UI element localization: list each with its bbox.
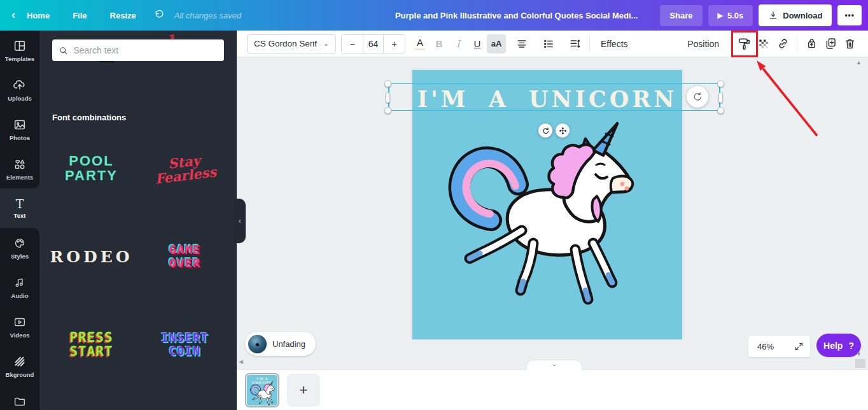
lock-icon [805,37,818,50]
move-handle[interactable] [556,124,570,138]
copy-style-button[interactable] [735,34,754,53]
play-duration-button[interactable]: ▶ 5.0s [708,5,753,26]
sidebar-item-photos[interactable]: Photos [0,110,39,149]
letter-case-button[interactable]: aA [487,34,506,53]
unicorn-illustration[interactable] [433,121,643,309]
font-combo-rodeo[interactable]: RODEO [45,219,138,294]
bold-button[interactable]: B [430,34,449,53]
zoom-level[interactable]: 46% [757,342,774,351]
sidebar-item-uploads[interactable]: Uploads [0,70,39,110]
download-icon [768,10,778,20]
rail-block-top: Templates Uploads Photos [0,31,39,188]
filmstrip-collapse-handle[interactable]: ⌄ [527,360,582,370]
home-button[interactable]: Home [20,6,56,25]
duplicate-button[interactable] [821,34,840,53]
selection-handle-left[interactable] [386,92,390,103]
sidebar-item-videos[interactable]: Videos [0,307,39,346]
sidebar-item-elements[interactable]: Elements [0,149,39,188]
lock-button[interactable] [802,34,821,53]
font-size-value[interactable]: 64 [363,35,384,53]
photos-icon [13,118,27,132]
selection-handle-bottom-right[interactable] [717,107,724,114]
decrease-font-size-button[interactable]: − [342,35,363,53]
zoom-control[interactable]: 46% [748,336,810,357]
transparency-button[interactable] [754,34,773,53]
underline-button[interactable]: U [468,34,487,53]
font-combo-game-over[interactable]: GAME OVER [138,219,232,294]
link-button[interactable] [773,34,792,53]
delete-button[interactable] [840,34,859,53]
paint-roller-icon [738,37,752,51]
uploads-icon [13,78,27,92]
text-toolbar: CS Gordon Serif ⌄ − 64 + A B I U aA [237,31,868,57]
text-spacing-button[interactable] [566,34,585,53]
font-family-select[interactable]: CS Gordon Serif ⌄ [247,34,336,53]
text-panel: feel Font combinations POOL PARTY Stay F… [39,31,237,410]
sidebar-item-background[interactable]: Bkground [0,346,39,386]
sidebar-item-audio[interactable]: Audio [0,267,39,307]
more-options-button[interactable]: ••• [837,5,862,25]
font-combo-insert-coin[interactable]: INSERT COIN [138,307,232,382]
download-button[interactable]: Download [759,4,832,26]
font-combinations-grid: POOL PARTY Stay Fearless RODEO GAME OVER… [45,131,232,382]
search-box[interactable] [52,39,224,61]
sidebar-item-folder[interactable] [0,386,39,410]
list-button[interactable] [539,34,558,53]
loop-arrow-icon [692,91,703,102]
animate-element-button[interactable] [687,86,708,108]
design-title[interactable]: Purple and Pink Illustrative and Colorfu… [395,11,638,20]
rail-block-bottom: Styles Audio Videos Bkgro [0,228,39,410]
text-align-button[interactable] [512,34,531,53]
text-selection-box [388,83,720,111]
align-center-icon [515,38,528,50]
line-spacing-icon [569,38,582,50]
selection-handle-top-left[interactable] [384,80,391,87]
italic-button[interactable]: I [449,34,468,53]
fullscreen-icon[interactable] [794,342,804,351]
download-label: Download [783,11,822,20]
sidebar-rail: Templates Uploads Photos [0,31,39,410]
selection-handle-right[interactable] [718,92,723,103]
font-combo-press-start[interactable]: PRESS START [45,307,138,382]
chevron-down-icon: ⌄ [323,39,329,48]
selection-handle-top-right[interactable] [717,80,724,87]
help-button[interactable]: Help ? [816,334,861,357]
sidebar-item-styles[interactable]: Styles [0,228,39,267]
scrollbar-corner [855,359,865,368]
duration-label: 5.0s [727,11,743,20]
font-combo-pool-party[interactable]: POOL PARTY [45,131,138,206]
back-icon[interactable]: ‹ [10,6,20,25]
page-thumbnail[interactable]: I'M A UNICORN [245,373,279,407]
duplicate-icon [824,37,837,50]
scroll-up-arrow[interactable]: ▲ [856,59,862,66]
effects-button[interactable]: Effects [594,34,634,54]
scroll-left-arrow[interactable]: ◀ [239,358,243,365]
position-button[interactable]: Position [681,34,725,54]
unicorn-image [433,121,643,309]
album-art [248,335,267,353]
rotate-handle[interactable] [538,124,552,138]
scroll-down-arrow[interactable]: ▼ [856,351,862,357]
trash-icon [843,37,857,50]
audio-track-pill[interactable]: Unfading [245,332,316,356]
help-question-icon: ? [848,341,854,351]
share-button[interactable]: Share [660,5,702,26]
increase-font-size-button[interactable]: + [384,35,405,53]
add-page-button[interactable]: + [287,374,320,407]
undo-icon [153,9,164,20]
resize-button[interactable]: Resize [104,6,143,25]
sidebar-item-templates[interactable]: Templates [0,31,39,70]
file-menu-button[interactable]: File [66,6,93,25]
undo-button[interactable] [149,5,168,26]
audio-track-name: Unfading [272,339,305,349]
text-tool-icon: T [16,198,24,209]
elements-icon [13,157,27,171]
text-color-swatch [415,48,425,50]
text-color-button[interactable]: A [410,34,430,53]
panel-collapse-handle[interactable]: ‹ [234,199,246,243]
sidebar-item-text[interactable]: T Text [0,188,39,228]
font-combo-stay-fearless[interactable]: Stay Fearless [134,125,235,211]
search-input[interactable] [73,45,218,55]
canvas-workspace: I'M A UNICORN [237,57,868,369]
selection-handle-bottom-left[interactable] [384,107,391,114]
